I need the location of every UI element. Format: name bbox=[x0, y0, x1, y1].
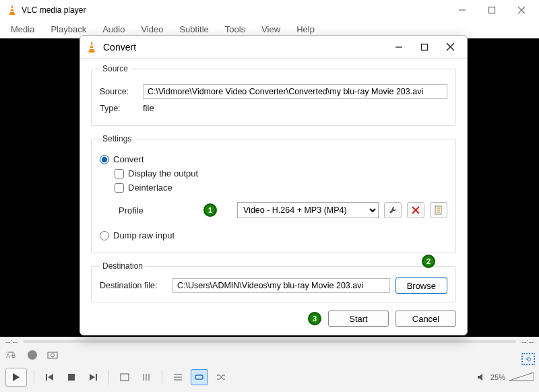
volume-percent: 25% bbox=[490, 373, 505, 381]
convert-dialog: Convert Source Source: Type: file Setti bbox=[80, 35, 468, 335]
x-icon bbox=[412, 206, 420, 214]
extended-settings-button[interactable] bbox=[137, 369, 155, 385]
svg-rect-16 bbox=[96, 374, 97, 381]
annotation-badge-1: 1 bbox=[203, 203, 217, 217]
svg-text:A B: A B bbox=[6, 352, 15, 359]
record-button[interactable] bbox=[26, 349, 39, 361]
deinterlace-checkbox[interactable]: Deinterlace bbox=[115, 183, 447, 193]
snapshot-icon[interactable] bbox=[46, 349, 59, 361]
time-total: --:-- bbox=[521, 337, 534, 346]
profile-label: Profile bbox=[119, 205, 166, 216]
dialog-minimize-button[interactable] bbox=[386, 37, 412, 57]
svg-rect-27 bbox=[89, 51, 95, 52]
stop-button[interactable] bbox=[63, 369, 80, 385]
shuffle-button[interactable] bbox=[212, 369, 230, 385]
edit-profile-button[interactable] bbox=[384, 202, 402, 218]
play-button[interactable] bbox=[5, 368, 27, 387]
source-group: Source Source: Type: file bbox=[91, 64, 456, 126]
type-label: Type: bbox=[100, 104, 137, 113]
type-value: file bbox=[143, 103, 154, 113]
source-legend: Source bbox=[100, 64, 131, 73]
dialog-titlebar: Convert bbox=[80, 36, 467, 59]
main-controls: 25% bbox=[0, 364, 539, 392]
playlist-button[interactable] bbox=[169, 369, 187, 385]
prev-track-button[interactable] bbox=[41, 369, 59, 385]
loop-button[interactable] bbox=[191, 369, 208, 385]
delete-profile-button[interactable] bbox=[407, 202, 424, 218]
svg-marker-24 bbox=[478, 374, 482, 381]
advanced-toolbar: A B bbox=[0, 346, 539, 364]
svg-marker-0 bbox=[10, 5, 14, 14]
loop-indicator-icon: ⟲ bbox=[521, 353, 535, 365]
svg-rect-3 bbox=[11, 11, 14, 12]
source-label: Source: bbox=[100, 87, 137, 96]
svg-rect-14 bbox=[68, 374, 75, 381]
svg-rect-17 bbox=[121, 374, 129, 381]
svg-rect-28 bbox=[90, 44, 94, 46]
menu-media[interactable]: Media bbox=[3, 22, 42, 37]
convert-radio[interactable]: Convert bbox=[100, 154, 447, 164]
dialog-maximize-button[interactable] bbox=[412, 37, 437, 57]
browse-button[interactable]: Browse bbox=[395, 277, 447, 294]
svg-rect-12 bbox=[46, 374, 47, 381]
cancel-button[interactable]: Cancel bbox=[395, 311, 456, 327]
svg-marker-13 bbox=[48, 374, 53, 381]
profile-select[interactable]: Video - H.264 + MP3 (MP4) bbox=[237, 202, 379, 218]
volume-control[interactable]: 25% bbox=[477, 372, 534, 382]
new-doc-icon bbox=[435, 205, 443, 215]
annotation-badge-3: 3 bbox=[308, 312, 321, 325]
fullscreen-button[interactable] bbox=[116, 369, 133, 385]
main-titlebar: VLC media player bbox=[0, 0, 539, 20]
dialog-title: Convert bbox=[103, 42, 386, 53]
settings-group: Settings Convert Display the output Dein… bbox=[91, 134, 456, 253]
svg-rect-31 bbox=[422, 44, 428, 50]
start-button[interactable]: Start bbox=[328, 311, 389, 327]
dialog-close-button[interactable] bbox=[437, 37, 463, 57]
destination-label: Destination file: bbox=[100, 281, 167, 290]
next-track-button[interactable] bbox=[84, 369, 102, 385]
wrench-icon bbox=[388, 205, 398, 215]
svg-rect-1 bbox=[9, 13, 15, 15]
svg-rect-5 bbox=[489, 7, 495, 13]
svg-marker-25 bbox=[509, 372, 534, 381]
svg-marker-11 bbox=[13, 373, 20, 381]
time-elapsed: --:-- bbox=[5, 337, 18, 346]
close-button[interactable] bbox=[507, 0, 536, 20]
dump-raw-radio[interactable]: Dump raw input bbox=[100, 230, 447, 240]
app-title: VLC media player bbox=[22, 5, 447, 15]
vlc-cone-icon bbox=[7, 5, 18, 15]
destination-legend: Destination bbox=[100, 261, 146, 271]
svg-point-10 bbox=[51, 354, 55, 357]
new-profile-button[interactable] bbox=[430, 202, 447, 218]
seek-slider[interactable] bbox=[23, 340, 517, 343]
minimize-button[interactable] bbox=[447, 0, 477, 20]
svg-rect-29 bbox=[90, 48, 94, 49]
annotation-badge-2: 2 bbox=[422, 255, 435, 268]
svg-rect-9 bbox=[48, 352, 57, 358]
settings-legend: Settings bbox=[100, 134, 134, 143]
vlc-cone-icon bbox=[86, 41, 98, 53]
svg-marker-15 bbox=[90, 374, 95, 381]
dialog-actions: 3 Start Cancel bbox=[91, 311, 456, 327]
maximize-button[interactable] bbox=[477, 0, 507, 20]
destination-input[interactable] bbox=[172, 278, 390, 293]
timeline: --:-- --:-- bbox=[0, 337, 539, 346]
destination-group: Destination 2 Destination file: Browse bbox=[91, 261, 456, 302]
display-output-checkbox[interactable]: Display the output bbox=[115, 168, 447, 178]
speaker-icon bbox=[477, 373, 486, 381]
ab-loop-icon[interactable]: A B bbox=[5, 349, 19, 361]
vlc-window: VLC media player Media Playback Audio Vi… bbox=[0, 0, 539, 392]
svg-rect-2 bbox=[11, 8, 13, 9]
svg-marker-26 bbox=[90, 42, 94, 52]
source-input[interactable] bbox=[143, 84, 447, 99]
